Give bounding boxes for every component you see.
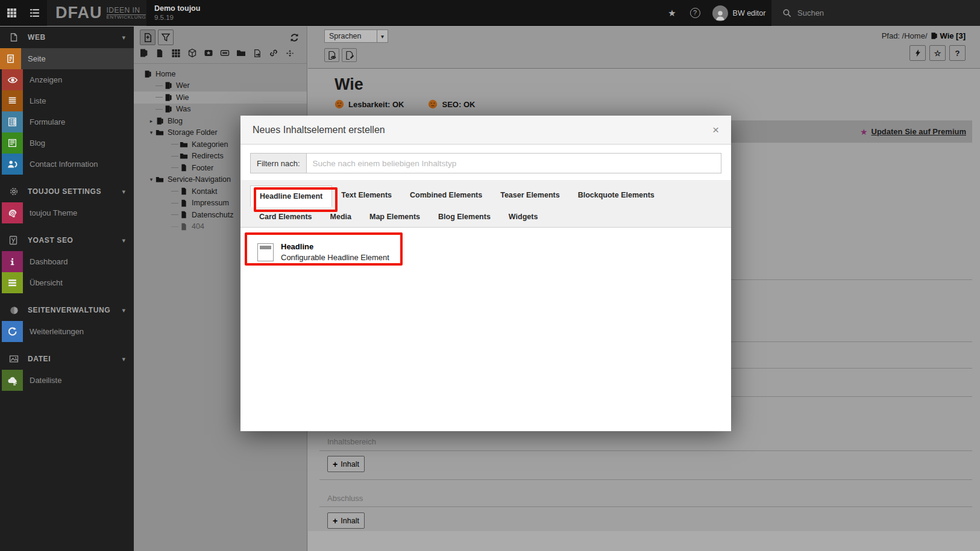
section-header-yoast-seo[interactable]: YOAST SEO ▾ [0, 229, 134, 251]
anzeigen-module-icon [2, 69, 23, 90]
page-type-doc-icon[interactable] [155, 49, 165, 58]
cache-bolt-button[interactable] [909, 45, 926, 61]
modules-grid-button[interactable] [0, 0, 23, 26]
close-icon[interactable]: × [712, 123, 719, 137]
tab-media[interactable]: Media [321, 207, 360, 227]
theme-module-icon [2, 202, 23, 223]
page-type-grid-icon[interactable] [171, 49, 181, 58]
section-divider [319, 450, 972, 451]
search-input[interactable] [797, 8, 942, 17]
yoast-icon [6, 235, 22, 245]
sidebar-item-dateiliste[interactable]: Dateiliste [0, 370, 134, 391]
page-type-star-badge-icon[interactable] [204, 48, 213, 58]
tree-item-wie[interactable]: Wie [134, 92, 307, 104]
page-type-standard-icon[interactable] [139, 48, 148, 58]
new-page-button[interactable] [140, 30, 155, 45]
page-type-shortcut-icon[interactable] [253, 49, 262, 58]
tree-toolbar [134, 26, 307, 64]
image-icon [6, 354, 22, 364]
tab-headline-element[interactable]: Headline Element [250, 185, 332, 207]
typo3-version: 9.5.19 [154, 14, 200, 21]
tree-guide [171, 167, 178, 168]
refresh-tree-button[interactable] [286, 30, 302, 45]
view-page-button[interactable] [324, 48, 339, 62]
site-name: Demo toujou [154, 4, 200, 13]
current-page: Wie [3] [940, 31, 966, 40]
doc-icon [180, 223, 188, 231]
doc-icon [180, 187, 188, 195]
dfau-logo[interactable]: DFAU IDEEN IN ENTWICKLUNG [47, 0, 146, 26]
tab-map-elements[interactable]: Map Elements [360, 207, 429, 227]
add-content-button[interactable]: + Inhalt [327, 512, 365, 529]
section-header-web[interactable]: WEB ▾ [0, 26, 134, 48]
content-type-filter-input[interactable] [306, 153, 721, 173]
user-menu[interactable]: BW editor [706, 0, 771, 26]
sidebar-item-formulare[interactable]: Formulare [0, 111, 134, 132]
premium-upgrade-link[interactable]: Updaten Sie auf Premium [872, 127, 966, 136]
bookmark-button[interactable]: ☆ [929, 45, 946, 61]
path-prefix: Pfad: /Home/ [882, 31, 928, 40]
filter-label: Filtern nach: [250, 153, 306, 173]
tree-item-was[interactable]: Was [134, 104, 307, 116]
collapse-icon[interactable]: ▾ [148, 129, 155, 135]
language-select[interactable]: Sprachen ▾ [324, 30, 388, 43]
section-header-datei[interactable]: DATEI ▾ [0, 348, 134, 370]
new-content-element-modal: Neues Inhaltselement erstellen × Filtern… [240, 116, 731, 431]
page-type-folder-icon[interactable] [236, 48, 246, 58]
bookmark-star-icon[interactable]: ★ [662, 0, 682, 26]
expand-icon[interactable]: ▸ [148, 118, 155, 124]
search-icon [782, 8, 792, 18]
tree-item-wer[interactable]: Wer [134, 80, 307, 92]
section-label-inhaltsbereich: Inhaltsbereich [327, 437, 376, 446]
sidebar-item-toujou-theme[interactable]: toujou Theme [0, 202, 134, 223]
tree-guide [171, 226, 178, 227]
sidebar-item-seite[interactable]: Seite [0, 48, 134, 69]
page-type-divider-icon[interactable] [285, 49, 295, 58]
tab-text-elements[interactable]: Text Elements [332, 185, 401, 207]
edit-page-properties-button[interactable] [342, 48, 357, 62]
sidebar-item-blog[interactable]: Blog [0, 132, 134, 154]
smiley-icon [428, 99, 438, 109]
liste-module-icon [2, 90, 23, 111]
add-content-button[interactable]: + Inhalt [327, 456, 365, 472]
tab-blockquote-elements[interactable]: Blockquote Elements [569, 185, 664, 207]
page-icon [143, 70, 152, 78]
content-element-option-headline[interactable]: Headline Configurable Headline Element [257, 242, 721, 262]
sidebar-item-contact-information[interactable]: Contact Information [0, 154, 134, 175]
section-divider [319, 506, 972, 507]
sidebar-item-uebersicht[interactable]: Übersicht [0, 272, 134, 293]
seo-badges: Lesbarkeit: OK SEO: OK [335, 99, 475, 109]
sidebar-item-anzeigen[interactable]: Anzeigen [0, 69, 134, 90]
sidebar-item-liste[interactable]: Liste [0, 90, 134, 111]
toolbar-search[interactable] [771, 0, 980, 26]
docheader-actions: ☆ ? [909, 45, 966, 61]
collapse-icon[interactable]: ▾ [148, 176, 155, 182]
section-header-toujou-settings[interactable]: TOUJOU SETTINGS ▾ [0, 181, 134, 202]
doc-icon [180, 211, 188, 219]
gear-icon [6, 187, 22, 196]
tab-teaser-elements[interactable]: Teaser Elements [491, 185, 568, 207]
chevron-down-icon: ▾ [122, 188, 125, 196]
module-list-button[interactable] [23, 0, 46, 26]
filter-button[interactable] [158, 30, 174, 45]
page-icon [164, 81, 172, 90]
tree-item-home[interactable]: Home [134, 68, 307, 80]
page-type-link-icon[interactable] [269, 48, 278, 58]
element-title: Headline [281, 242, 389, 251]
blog-module-icon [2, 132, 23, 154]
sidebar-item-weiterleitungen[interactable]: Weiterleitungen [0, 321, 134, 342]
tab-card-elements[interactable]: Card Elements [250, 207, 321, 227]
tab-widgets[interactable]: Widgets [500, 207, 547, 227]
folder-icon [155, 128, 164, 137]
page-type-cube-icon[interactable] [187, 48, 197, 58]
page-type-label-icon[interactable] [220, 48, 230, 58]
page-icon [155, 117, 164, 125]
tab-combined-elements[interactable]: Combined Elements [401, 185, 491, 207]
sidebar-item-dashboard[interactable]: Dashboard [0, 251, 134, 272]
help-button[interactable]: ? [949, 45, 966, 61]
tree-guide [155, 97, 163, 98]
web-section-icon [6, 33, 22, 42]
tab-blog-elements[interactable]: Blog Elements [429, 207, 500, 227]
help-icon[interactable]: ? [685, 0, 705, 26]
section-header-seitenverwaltung[interactable]: SEITENVERWALTUNG ▾ [0, 299, 134, 321]
